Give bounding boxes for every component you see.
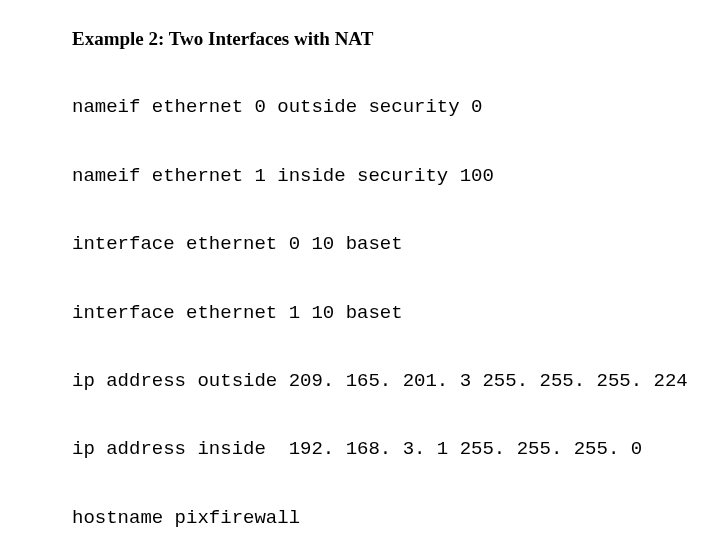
config-line: hostname pixfirewall bbox=[72, 507, 720, 530]
config-line: nameif ethernet 1 inside security 100 bbox=[72, 165, 720, 188]
config-block: nameif ethernet 0 outside security 0 nam… bbox=[72, 51, 720, 540]
config-line: interface ethernet 0 10 baset bbox=[72, 233, 720, 256]
config-line: ip address inside 192. 168. 3. 1 255. 25… bbox=[72, 438, 720, 461]
config-line: interface ethernet 1 10 baset bbox=[72, 302, 720, 325]
example-heading: Example 2: Two Interfaces with NAT bbox=[72, 28, 720, 51]
page-content: Example 2: Two Interfaces with NAT namei… bbox=[0, 0, 720, 540]
config-line: nameif ethernet 0 outside security 0 bbox=[72, 96, 720, 119]
config-line: ip address outside 209. 165. 201. 3 255.… bbox=[72, 370, 720, 393]
